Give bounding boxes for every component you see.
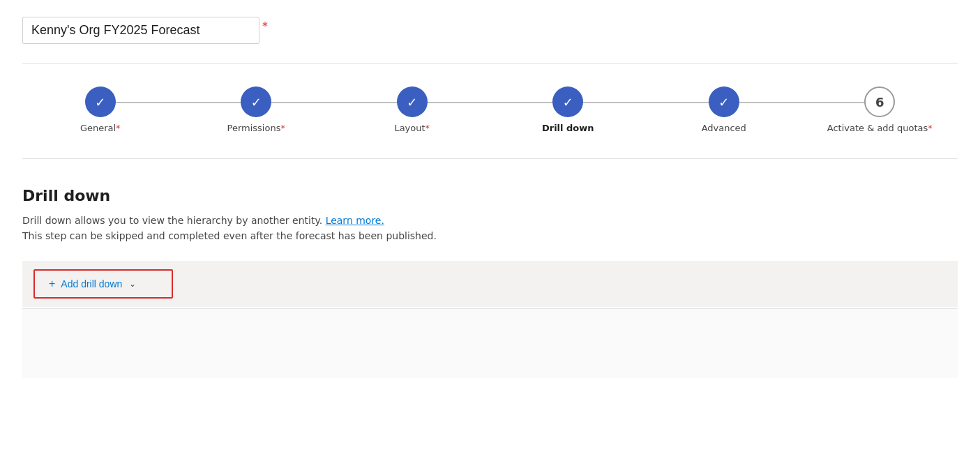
- step-permissions[interactable]: ✓ Permissions*: [179, 86, 335, 133]
- title-divider: [22, 63, 958, 64]
- stepper-divider: [22, 158, 958, 159]
- step-activate-number: 6: [875, 95, 884, 110]
- checkmark-general: ✓: [95, 95, 105, 110]
- step-activate[interactable]: 6 Activate & add quotas*: [802, 86, 958, 133]
- step-activate-star: *: [928, 123, 933, 133]
- learn-more-link[interactable]: Learn more.: [326, 215, 384, 226]
- step-layout[interactable]: ✓ Layout*: [334, 86, 490, 133]
- checkmark-drill-down: ✓: [563, 95, 573, 110]
- checkmark-advanced: ✓: [718, 95, 729, 110]
- step-circle-general: ✓: [85, 86, 116, 117]
- step-label-drill-down: Drill down: [542, 123, 594, 133]
- step-label-advanced: Advanced: [702, 123, 746, 133]
- desc-part1: Drill down allows you to view the hierar…: [22, 215, 322, 226]
- chevron-down-icon: ⌄: [129, 279, 136, 289]
- checkmark-permissions: ✓: [251, 95, 262, 110]
- title-required-star: *: [262, 20, 268, 33]
- step-circle-permissions: ✓: [241, 86, 271, 117]
- step-label-general: General*: [80, 123, 121, 133]
- stepper: ✓ General* ✓ Permissions* ✓ Layout*: [22, 86, 958, 133]
- checkmark-layout: ✓: [407, 95, 417, 110]
- step-layout-star: *: [425, 123, 430, 133]
- step-drill-down[interactable]: ✓ Drill down: [490, 86, 647, 133]
- empty-content-area: [22, 308, 958, 378]
- step-general-star: *: [116, 123, 121, 133]
- step-label-activate: Activate & add quotas*: [827, 123, 933, 133]
- plus-icon: +: [49, 278, 55, 290]
- step-label-permissions: Permissions*: [227, 123, 285, 133]
- add-drill-down-button[interactable]: + Add drill down ⌄: [33, 269, 173, 299]
- step-label-layout: Layout*: [394, 123, 430, 133]
- desc-part2: This step can be skipped and completed e…: [22, 230, 437, 241]
- step-general[interactable]: ✓ General*: [22, 86, 179, 133]
- section-description: Drill down allows you to view the hierar…: [22, 213, 958, 244]
- section-title: Drill down: [22, 187, 958, 204]
- step-circle-advanced: ✓: [709, 86, 739, 117]
- content-area: Drill down Drill down allows you to view…: [22, 181, 958, 384]
- step-circle-drill-down: ✓: [552, 86, 583, 117]
- step-advanced[interactable]: ✓ Advanced: [646, 86, 802, 133]
- step-permissions-star: *: [280, 123, 285, 133]
- step-circle-layout: ✓: [397, 86, 428, 117]
- drill-down-toolbar-container: + Add drill down ⌄: [22, 261, 958, 307]
- add-drill-down-label: Add drill down: [61, 278, 122, 289]
- forecast-title-input[interactable]: [22, 17, 259, 44]
- step-circle-activate: 6: [864, 86, 895, 117]
